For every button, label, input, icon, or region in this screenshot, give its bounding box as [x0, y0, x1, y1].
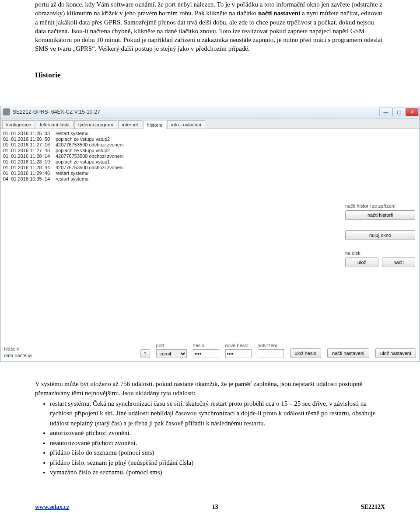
save-disk-button[interactable]: ulož	[345, 258, 378, 267]
load-history-button[interactable]: načti historii	[345, 210, 415, 220]
app-icon	[3, 108, 10, 115]
app-window: SE2212-GPRS- 64EX-CZ V:15-10-27 — ▢ ✕ ko…	[0, 106, 420, 362]
tab-content-historie: 01. 01.2016 11:25 :03restart systemu01. …	[0, 129, 420, 339]
history-row: 04. 01.2016 10:35 :14restart systemu	[3, 176, 417, 181]
save-settings-button[interactable]: ulož nastavení	[375, 348, 416, 358]
page-footer: www.selax.cz 13 SE2212X	[35, 504, 385, 511]
tab-info---ovládání[interactable]: info - ovládání	[167, 120, 205, 129]
history-row: 01. 01.2016 11:29 :46restart systemu	[3, 171, 417, 176]
tab-internet[interactable]: internet	[118, 120, 142, 129]
load-disk-button[interactable]: načti	[382, 258, 415, 267]
confirm-label: potvrzení	[258, 343, 284, 348]
footer-link[interactable]: www.selax.cz	[35, 504, 70, 511]
tab-konfigurace[interactable]: konfigurace	[2, 120, 35, 129]
history-row: 01. 01.2016 11:26 :50poplach ze vstupu v…	[3, 136, 417, 142]
history-row: 01. 01.2016 11:27 :48poplach ze vstupu v…	[3, 148, 417, 153]
tab-historie[interactable]: historie	[143, 121, 166, 129]
list-item: autorizované příchozí zvonění.	[50, 428, 385, 438]
footer-code: SE2212X	[361, 504, 385, 511]
status-text: data načtena	[4, 353, 134, 358]
paragraph-1: portu až do konce, kdy Vám software ozná…	[35, 0, 385, 53]
bottom-strip: hlášení data načtena ? port com4 heslo n…	[0, 339, 420, 362]
help-button[interactable]: ?	[140, 349, 150, 358]
paragraph-2: V systému může být uloženo až 756 událos…	[35, 379, 385, 398]
section-heading-historie: Historie	[35, 71, 385, 80]
clear-window-button[interactable]: nuluj okno	[345, 230, 415, 240]
disk-label: na disk	[345, 251, 415, 256]
list-item: neautorizované příchozí zvonění.	[50, 438, 385, 448]
list-item: přidáno číslo, seznam je plný (neúspěšné…	[50, 458, 385, 468]
history-row: 01. 01.2016 11:27 :16420776753500 odchoz…	[3, 142, 417, 147]
history-list: 01. 01.2016 11:25 :03restart systemu01. …	[0, 129, 420, 184]
footer-page-number: 13	[212, 504, 218, 511]
history-row: 01. 01.2016 11:28 :19poplach ze vstupu v…	[3, 159, 417, 164]
list-item: vymazáno číslo ze seznamu. (pomocí sms)	[50, 467, 385, 477]
history-row: 01. 01.2016 11:28 :44420776753500 odchoz…	[3, 165, 417, 170]
new-password-input[interactable]	[225, 349, 252, 358]
history-row: 01. 01.2016 11:25 :03restart systemu	[3, 131, 417, 136]
new-password-label: nové heslo	[225, 343, 252, 348]
bullet-list: restart systému. Čeká na synchronizaci č…	[46, 399, 385, 477]
list-item: restart systému. Čeká na synchronizaci č…	[50, 399, 385, 428]
close-button[interactable]: ✕	[406, 108, 419, 116]
port-label: port	[156, 343, 187, 348]
save-password-button[interactable]: ulož heslo	[290, 348, 322, 358]
minimize-button[interactable]: —	[379, 108, 392, 116]
port-select[interactable]: com4	[156, 349, 187, 358]
password-label: heslo	[193, 343, 219, 348]
maximize-button[interactable]: ▢	[392, 108, 406, 116]
tab-týdenní-program[interactable]: týdenní program	[74, 120, 117, 129]
tab-telefonní-čísla[interactable]: telefonní čísla	[36, 120, 74, 129]
tab-strip: konfiguracetelefonní číslatýdenní progra…	[0, 118, 420, 129]
hlaseni-label: hlášení	[4, 346, 134, 351]
confirm-password-input[interactable]	[258, 349, 284, 358]
history-row: 01. 01.2016 11:28 :14420776753500 odchoz…	[3, 153, 417, 159]
load-settings-button[interactable]: načti nastavení	[327, 348, 369, 358]
list-item: přidáno číslo do seznamu (pomocí sms)	[50, 448, 385, 458]
window-title: SE2212-GPRS- 64EX-CZ V:15-10-27	[13, 109, 379, 115]
password-input[interactable]	[193, 349, 219, 358]
load-history-label: načti historii ze zařízení	[345, 203, 415, 209]
titlebar: SE2212-GPRS- 64EX-CZ V:15-10-27 — ▢ ✕	[0, 106, 420, 118]
right-panel: načti historii ze zařízení načti histori…	[345, 203, 415, 278]
